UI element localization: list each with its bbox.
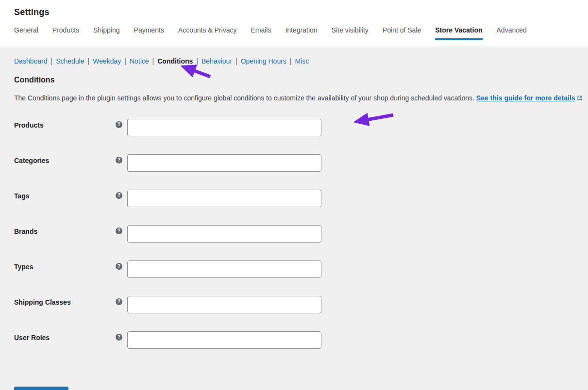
brands-label: Brands — [14, 225, 116, 235]
categories-label: Categories — [14, 154, 116, 164]
guide-link[interactable]: See this guide for more details — [476, 94, 583, 102]
form-row-tags: Tags ? — [14, 190, 588, 207]
description-text: The Conditions page in the plugin settin… — [14, 94, 474, 102]
subnav-separator: | — [124, 57, 126, 65]
categories-input[interactable] — [127, 154, 321, 172]
types-label: Types — [14, 260, 116, 271]
settings-page: Settings General Products Shipping Payme… — [0, 0, 588, 390]
help-icon[interactable]: ? — [116, 298, 122, 305]
subnav-item-conditions[interactable]: Conditions — [157, 57, 193, 65]
form-row-types: Types ? — [14, 260, 588, 278]
tab-payments[interactable]: Payments — [134, 26, 164, 40]
subnav-item-misc[interactable]: Misc — [295, 57, 309, 65]
subnav-item-notice[interactable]: Notice — [130, 57, 149, 65]
subnav-item-opening-hours[interactable]: Opening Hours — [241, 57, 286, 65]
tab-general[interactable]: General — [14, 26, 38, 40]
subnav-separator: | — [290, 57, 292, 65]
form-row-shipping-classes: Shipping Classes ? — [14, 296, 588, 313]
store-vacation-subnav: Dashboard|Schedule|Weekday|Notice|Condit… — [0, 47, 588, 65]
tab-accounts-privacy[interactable]: Accounts & Privacy — [178, 26, 237, 40]
tab-products[interactable]: Products — [52, 26, 79, 40]
section-heading: Conditions — [14, 76, 588, 84]
tab-integration[interactable]: Integration — [285, 26, 317, 40]
form-row-user-roles: User Roles ? — [14, 331, 588, 349]
help-icon[interactable]: ? — [116, 228, 122, 234]
subnav-separator: | — [152, 57, 154, 65]
subnav-item-schedule[interactable]: Schedule — [56, 57, 84, 65]
tab-advanced[interactable]: Advanced — [497, 26, 527, 40]
user-roles-input[interactable] — [127, 331, 321, 349]
help-icon[interactable]: ? — [116, 334, 122, 341]
products-input[interactable] — [127, 119, 321, 136]
help-icon[interactable]: ? — [116, 121, 122, 128]
tab-point-of-sale[interactable]: Point of Sale — [383, 26, 421, 40]
save-changes-button[interactable]: Save changes — [14, 387, 68, 390]
help-icon[interactable]: ? — [116, 157, 122, 163]
help-icon[interactable]: ? — [116, 263, 122, 270]
tags-input[interactable] — [127, 190, 321, 207]
page-title: Settings — [14, 0, 588, 17]
section-description: The Conditions page in the plugin settin… — [14, 94, 588, 102]
user-roles-label: User Roles — [14, 331, 116, 341]
tab-shipping[interactable]: Shipping — [93, 26, 120, 40]
shipping-classes-input[interactable] — [127, 296, 321, 313]
subnav-item-behaviour[interactable]: Behaviour — [202, 57, 232, 65]
tab-emails[interactable]: Emails — [251, 26, 271, 40]
external-link-icon — [577, 95, 583, 101]
conditions-form: Products ? Categories ? Tags ? Brands ? — [14, 119, 588, 390]
subnav-separator: | — [88, 57, 90, 65]
subnav-separator: | — [235, 57, 237, 65]
tab-site-visibility[interactable]: Site visibility — [332, 26, 369, 40]
subnav-item-weekday[interactable]: Weekday — [93, 57, 121, 65]
tab-store-vacation[interactable]: Store Vacation — [435, 26, 482, 40]
tags-label: Tags — [14, 190, 116, 200]
brands-input[interactable] — [127, 225, 321, 243]
form-row-products: Products ? — [14, 119, 588, 136]
form-row-categories: Categories ? — [14, 154, 588, 172]
products-label: Products — [14, 119, 116, 129]
subnav-separator: | — [196, 57, 198, 65]
guide-link-label: See this guide for more details — [476, 94, 575, 102]
subnav-item-dashboard[interactable]: Dashboard — [14, 57, 48, 65]
help-icon[interactable]: ? — [116, 192, 122, 199]
conditions-content: Conditions The Conditions page in the pl… — [0, 76, 588, 390]
shipping-classes-label: Shipping Classes — [14, 296, 116, 306]
types-input[interactable] — [127, 260, 321, 278]
form-row-brands: Brands ? — [14, 225, 588, 243]
subnav-separator: | — [51, 57, 53, 65]
settings-tabbar: General Products Shipping Payments Accou… — [14, 17, 588, 40]
settings-header: Settings General Products Shipping Payme… — [0, 0, 588, 47]
